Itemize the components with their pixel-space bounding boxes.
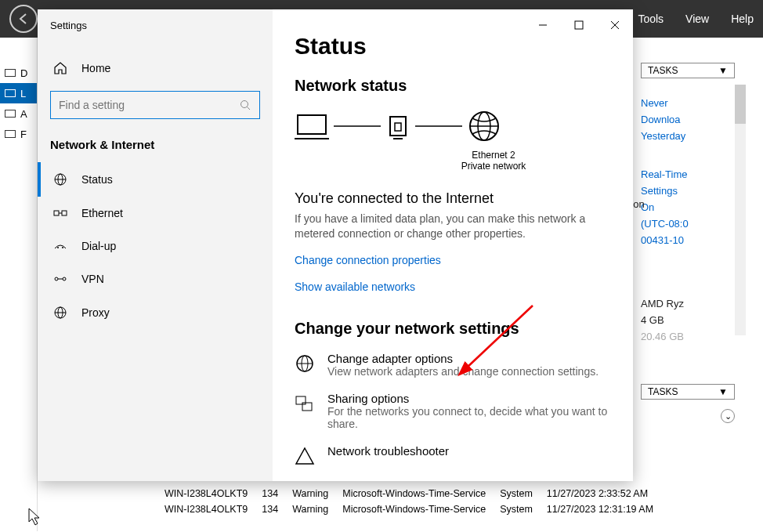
option-title: Sharing options bbox=[327, 392, 611, 405]
background-info-panel: TASKS▼ Never Downloa Yesterday irus Real… bbox=[641, 63, 735, 342]
network-type: Private network bbox=[376, 161, 611, 172]
expand-toggle[interactable]: ⌄ bbox=[721, 409, 735, 423]
sm-sidebar-item-selected[interactable]: L bbox=[0, 83, 37, 103]
home-label: Home bbox=[81, 62, 110, 74]
change-settings-heading: Change your network settings bbox=[295, 320, 611, 338]
info-link[interactable]: On bbox=[641, 201, 735, 213]
nav-label: Ethernet bbox=[81, 207, 123, 219]
maximize-button[interactable] bbox=[561, 13, 597, 38]
search-input[interactable] bbox=[59, 99, 231, 111]
table-row[interactable]: WIN-I238L4OLKT9134WarningMicrosoft-Windo… bbox=[158, 487, 660, 501]
info-text: 4 GB bbox=[641, 314, 735, 326]
nav-dialup[interactable]: Dial-up bbox=[38, 230, 273, 262]
search-icon bbox=[239, 99, 251, 111]
nav-vpn[interactable]: VPN bbox=[38, 262, 273, 295]
vpn-icon bbox=[53, 273, 67, 284]
connected-body: If you have a limited data plan, you can… bbox=[295, 212, 611, 241]
home-icon bbox=[53, 61, 67, 75]
ethernet-icon bbox=[53, 208, 67, 219]
server-manager-sidebar: D L A F bbox=[0, 38, 38, 531]
section-title: Network & Internet bbox=[38, 127, 273, 162]
nav-label: Dial-up bbox=[81, 240, 116, 252]
sm-sidebar-item[interactable]: F bbox=[0, 124, 37, 144]
svg-point-4 bbox=[241, 101, 248, 108]
troubleshoot-icon bbox=[295, 446, 313, 465]
nav-label: VPN bbox=[81, 273, 104, 285]
info-link[interactable]: Never bbox=[641, 97, 735, 109]
option-subtitle: For the networks you connect to, decide … bbox=[327, 405, 611, 430]
proxy-icon bbox=[53, 306, 67, 320]
info-link[interactable]: Downloa bbox=[641, 114, 735, 125]
svg-point-13 bbox=[62, 247, 63, 248]
svg-line-5 bbox=[248, 107, 251, 110]
svg-rect-20 bbox=[298, 115, 326, 134]
menu-view[interactable]: View bbox=[685, 13, 709, 25]
svg-rect-10 bbox=[62, 211, 67, 215]
background-info-panel-2: TASKS▼ ⌄ bbox=[641, 384, 735, 423]
connected-heading: You're connected to the Internet bbox=[295, 190, 611, 207]
close-button[interactable] bbox=[597, 13, 633, 38]
sharing-icon bbox=[295, 393, 313, 412]
change-adapter-options[interactable]: Change adapter options View network adap… bbox=[295, 352, 611, 378]
change-connection-props-link[interactable]: Change connection properties bbox=[295, 254, 611, 266]
sm-sidebar-item[interactable]: D bbox=[0, 63, 37, 83]
svg-point-15 bbox=[63, 277, 66, 280]
tasks-dropdown[interactable]: TASKS▼ bbox=[641, 63, 735, 78]
status-heading: Network status bbox=[295, 77, 611, 95]
back-button[interactable] bbox=[9, 5, 38, 33]
svg-point-12 bbox=[57, 247, 59, 248]
nav-proxy[interactable]: Proxy bbox=[38, 295, 273, 330]
svg-point-14 bbox=[55, 277, 58, 280]
home-button[interactable]: Home bbox=[38, 53, 273, 83]
show-networks-link[interactable]: Show available networks bbox=[295, 280, 611, 293]
option-title: Network troubleshooter bbox=[327, 444, 449, 458]
option-title: Change adapter options bbox=[327, 352, 598, 365]
sm-sidebar-item[interactable]: A bbox=[0, 103, 37, 124]
network-name: Ethernet 2 bbox=[376, 150, 611, 161]
sharing-options[interactable]: Sharing options For the networks you con… bbox=[295, 392, 611, 430]
router-icon bbox=[385, 112, 410, 140]
settings-main: Status Network status Ethernet 2 Private… bbox=[273, 9, 633, 481]
info-text: 20.46 GB bbox=[641, 331, 735, 342]
option-subtitle: View network adapters and change connect… bbox=[327, 365, 598, 378]
menu-tools[interactable]: Tools bbox=[638, 13, 664, 25]
window-titlebar[interactable]: Settings bbox=[38, 9, 633, 41]
nav-ethernet[interactable]: Ethernet bbox=[38, 197, 273, 230]
info-link[interactable]: Yesterday bbox=[641, 130, 735, 142]
svg-rect-23 bbox=[390, 117, 406, 136]
event-log-table: WIN-I238L4OLKT9134WarningMicrosoft-Windo… bbox=[157, 485, 661, 518]
dialup-icon bbox=[53, 241, 67, 252]
info-link[interactable]: Real-Time bbox=[641, 168, 735, 180]
search-input-wrap[interactable] bbox=[50, 91, 260, 119]
tasks-dropdown[interactable]: TASKS▼ bbox=[641, 384, 735, 400]
info-text: AMD Ryz bbox=[641, 298, 735, 309]
info-link[interactable]: Settings bbox=[641, 185, 735, 197]
nav-status[interactable]: Status bbox=[38, 162, 273, 197]
network-diagram bbox=[295, 109, 611, 143]
computer-icon bbox=[295, 112, 329, 140]
window-title: Settings bbox=[50, 20, 87, 31]
svg-rect-1 bbox=[575, 21, 583, 29]
nav-label: Proxy bbox=[81, 306, 110, 319]
scrollbar[interactable] bbox=[735, 85, 746, 335]
info-link[interactable]: (UTC-08:0 bbox=[641, 218, 735, 230]
mouse-cursor bbox=[28, 508, 42, 527]
settings-window: Settings Home Network & Internet Status … bbox=[38, 9, 633, 481]
settings-sidebar: Home Network & Internet Status Ethernet … bbox=[38, 9, 273, 481]
adapter-icon bbox=[295, 353, 313, 372]
svg-rect-9 bbox=[54, 211, 59, 215]
minimize-button[interactable] bbox=[525, 13, 561, 38]
info-link[interactable]: 00431-10 bbox=[641, 234, 735, 246]
globe-icon bbox=[53, 172, 67, 186]
network-troubleshooter[interactable]: Network troubleshooter bbox=[295, 444, 611, 465]
table-row[interactable]: WIN-I238L4OLKT9134WarningMicrosoft-Windo… bbox=[158, 502, 660, 516]
nav-label: Status bbox=[81, 173, 113, 186]
svg-rect-24 bbox=[395, 123, 401, 131]
menu-help[interactable]: Help bbox=[731, 13, 754, 25]
internet-globe-icon bbox=[467, 109, 501, 143]
